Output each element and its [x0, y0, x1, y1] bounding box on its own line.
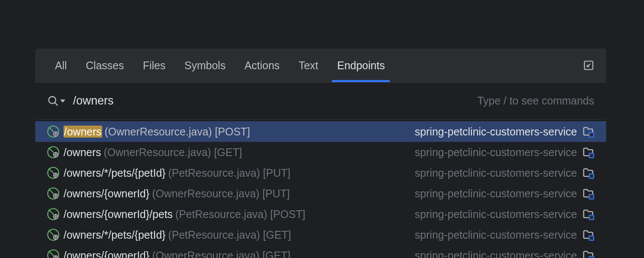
svg-rect-5	[589, 132, 594, 137]
result-module: spring-petclinic-customers-service	[415, 167, 577, 179]
result-row[interactable]: /owners(OwnerResource.java) [GET]spring-…	[35, 142, 606, 163]
tab-actions[interactable]: Actions	[235, 49, 289, 82]
result-meta: (OwnerResource.java) [GET]	[152, 249, 290, 258]
result-path: /owners	[64, 126, 102, 138]
result-row[interactable]: /owners/{ownerId}/pets(PetResource.java)…	[35, 204, 606, 224]
tab-symbols[interactable]: Symbols	[175, 49, 235, 82]
svg-rect-9	[589, 153, 594, 158]
result-path: /owners/{ownerId}/pets	[64, 208, 173, 221]
svg-rect-13	[589, 174, 594, 178]
search-icon[interactable]	[47, 95, 65, 107]
result-row[interactable]: /owners(OwnerResource.java) [POST]spring…	[35, 121, 606, 142]
tab-files[interactable]: Files	[134, 49, 175, 82]
svg-rect-29	[589, 256, 594, 258]
endpoint-icon	[47, 208, 59, 220]
endpoint-icon	[47, 229, 59, 241]
tab-endpoints[interactable]: Endpoints	[328, 49, 394, 82]
search-hint: Type / to see commands	[477, 95, 594, 107]
resize-icon[interactable]	[583, 60, 594, 71]
result-path: /owners	[64, 146, 101, 159]
svg-rect-25	[589, 236, 594, 240]
result-meta: (PetResource.java) [GET]	[168, 229, 291, 241]
result-meta: (OwnerResource.java) [PUT]	[152, 187, 290, 200]
result-module: spring-petclinic-customers-service	[415, 229, 577, 241]
search-everywhere-dialog: AllClassesFilesSymbolsActionsTextEndpoin…	[35, 49, 606, 258]
result-module: spring-petclinic-customers-service	[415, 146, 577, 159]
result-module: spring-petclinic-customers-service	[415, 249, 577, 258]
svg-rect-21	[589, 215, 594, 220]
result-module: spring-petclinic-customers-service	[415, 208, 577, 221]
module-icon	[582, 187, 594, 200]
module-icon	[582, 229, 594, 241]
result-path: /owners/*/pets/{petId}	[64, 167, 166, 179]
result-meta: (OwnerResource.java) [POST]	[105, 126, 250, 138]
module-icon	[582, 146, 594, 158]
result-row[interactable]: /owners/{ownerId}(OwnerResource.java) [G…	[35, 245, 606, 258]
module-icon	[582, 249, 594, 258]
endpoint-icon	[47, 187, 59, 200]
search-row: Type / to see commands	[35, 82, 606, 119]
result-meta: (OwnerResource.java) [GET]	[104, 146, 242, 159]
tab-text[interactable]: Text	[289, 49, 328, 82]
result-module: spring-petclinic-customers-service	[415, 126, 577, 138]
search-input[interactable]	[73, 94, 477, 108]
result-row[interactable]: /owners/*/pets/{petId}(PetResource.java)…	[35, 163, 606, 183]
module-icon	[582, 126, 594, 138]
result-path: /owners/*/pets/{petId}	[64, 229, 166, 241]
endpoint-icon	[47, 146, 59, 158]
result-meta: (PetResource.java) [PUT]	[168, 167, 291, 179]
result-row[interactable]: /owners/{ownerId}(OwnerResource.java) [P…	[35, 183, 606, 204]
tab-all[interactable]: All	[47, 49, 76, 82]
results-list: /owners(OwnerResource.java) [POST]spring…	[35, 120, 606, 258]
module-icon	[582, 167, 594, 179]
result-row[interactable]: /owners/*/pets/{petId}(PetResource.java)…	[35, 224, 606, 245]
result-path: /owners/{ownerId}	[64, 187, 149, 200]
tabs-row: AllClassesFilesSymbolsActionsTextEndpoin…	[35, 49, 606, 82]
module-icon	[582, 208, 594, 220]
svg-rect-17	[589, 194, 594, 199]
result-meta: (PetResource.java) [POST]	[175, 208, 305, 221]
endpoint-icon	[47, 126, 59, 138]
result-path: /owners/{ownerId}	[64, 249, 149, 258]
endpoint-icon	[47, 167, 59, 179]
result-module: spring-petclinic-customers-service	[415, 187, 577, 200]
svg-point-1	[49, 96, 56, 103]
endpoint-icon	[47, 249, 59, 258]
tab-classes[interactable]: Classes	[76, 49, 134, 82]
